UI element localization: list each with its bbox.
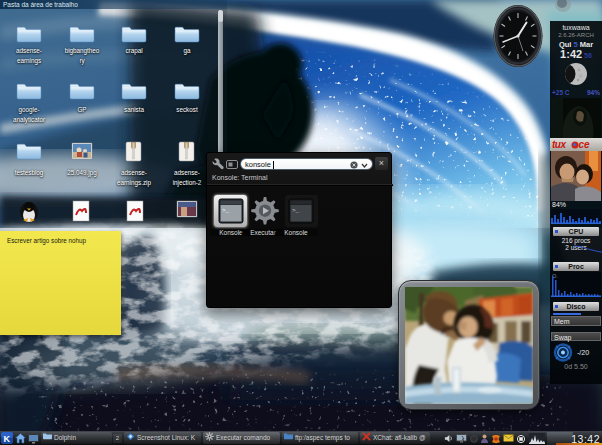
svg-text:K: K <box>4 434 11 444</box>
svg-text:>_: >_ <box>222 207 230 214</box>
svg-text:>_: >_ <box>292 207 300 214</box>
